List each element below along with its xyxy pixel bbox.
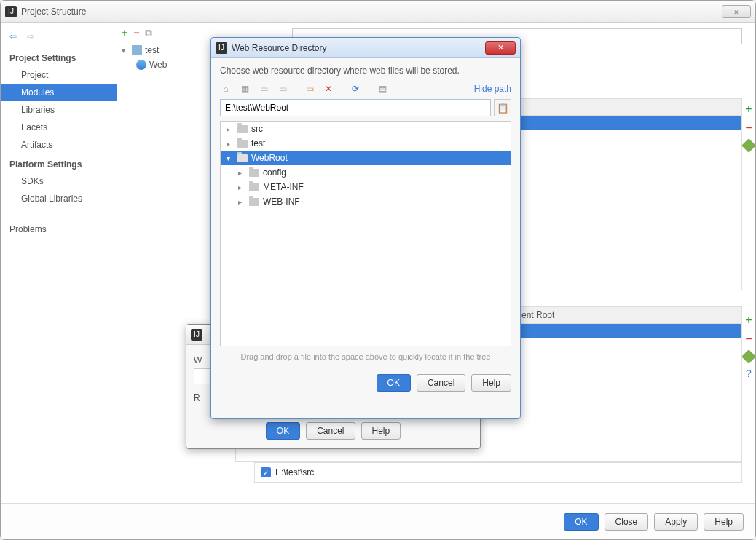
wr-dialog-description: Choose web resource directory where web …	[220, 65, 511, 76]
nav-history: ⇦ ⇨	[1, 25, 117, 47]
hide-path-link[interactable]: Hide path	[474, 84, 511, 94]
dd-side-actions: + −	[744, 98, 754, 151]
chevron-right-icon: ▸	[238, 169, 245, 177]
wr-dialog-body: Choose web resource directory where web …	[211, 58, 520, 374]
wr-tree-meta[interactable]: ▸META-INF	[221, 180, 511, 194]
dd-add-button[interactable]: +	[745, 103, 752, 116]
web-facet-icon	[136, 60, 146, 70]
toolbar-separator-2	[342, 83, 342, 95]
window-close-button[interactable]: ⨉	[722, 5, 751, 18]
wr-remove-button[interactable]: −	[745, 333, 752, 346]
wr-help-button[interactable]: Help	[471, 374, 511, 392]
main-help-button[interactable]: Help	[704, 513, 744, 531]
remove-module-button[interactable]: −	[133, 27, 139, 39]
wr-help-button[interactable]: ?	[746, 368, 752, 379]
source-checkbox[interactable]: ✓	[261, 467, 271, 477]
inner-help-button[interactable]: Help	[361, 422, 401, 440]
sidebar-item-sdks[interactable]: SDKs	[1, 172, 117, 190]
folder-icon	[237, 154, 248, 162]
wr-tree-label-src: src	[251, 124, 263, 134]
wr-tree-label-meta: META-INF	[263, 182, 304, 192]
wr-dialog-icon: IJ	[216, 42, 227, 54]
wr-ok-button[interactable]: OK	[377, 374, 411, 392]
wr-tree-label-webroot: WebRoot	[251, 153, 288, 163]
inner-cancel-button[interactable]: Cancel	[306, 422, 355, 440]
add-module-button[interactable]: +	[122, 27, 127, 39]
show-hidden-icon[interactable]: ▤	[377, 83, 388, 95]
wr-tree-label-test: test	[251, 138, 265, 148]
refresh-icon[interactable]: ⟳	[350, 83, 361, 95]
dd-edit-button[interactable]	[741, 138, 756, 153]
wr-drag-hint: Drag and drop a file into the space abov…	[220, 346, 511, 367]
chevron-right-icon: ▸	[238, 198, 245, 206]
wr-dialog-close-button[interactable]: ✕	[485, 41, 516, 55]
wr-tree-config[interactable]: ▸config	[221, 165, 511, 180]
project-icon[interactable]: ▭	[258, 83, 269, 95]
wr-dialog-titlebar: IJ Web Resource Directory ✕	[211, 38, 520, 58]
delete-icon[interactable]: ✕	[323, 83, 334, 95]
toolbar-separator-3	[369, 83, 369, 95]
wr-history-button[interactable]: 📋	[494, 99, 511, 116]
inner-ok-button[interactable]: OK	[266, 422, 300, 440]
source-label: E:\test\src	[275, 467, 314, 477]
sidebar-item-facets[interactable]: Facets	[1, 119, 117, 136]
wr-tree[interactable]: ▸src ▸test ▾WebRoot ▸config ▸META-INF ▸W…	[220, 121, 511, 346]
tree-label-web: Web	[149, 60, 167, 70]
main-ok-button[interactable]: OK	[564, 513, 598, 531]
toolbar-separator-1	[296, 83, 296, 95]
nav-back-button[interactable]: ⇦	[7, 30, 20, 43]
main-footer: OK Close Apply Help	[1, 503, 755, 539]
wr-dialog-title: Web Resource Directory	[232, 43, 485, 53]
wr-add-button[interactable]: +	[745, 314, 752, 327]
home-icon[interactable]: ⌂	[220, 83, 232, 95]
wr-tree-label-config: config	[263, 167, 286, 178]
sidebar-item-artifacts[interactable]: Artifacts	[1, 136, 117, 154]
wr-tree-webroot[interactable]: ▾WebRoot	[221, 151, 511, 165]
sidebar-item-project[interactable]: Project	[1, 66, 117, 84]
source-roots-bar: ✓ E:\test\src	[254, 462, 742, 483]
window-title: Project Structure	[21, 7, 722, 17]
module-icon	[132, 45, 142, 55]
desktop-icon[interactable]: ▦	[239, 83, 251, 95]
wr-edit-button[interactable]	[741, 349, 756, 364]
sidebar: ⇦ ⇨ Project Settings Project Modules Lib…	[1, 23, 117, 503]
copy-module-button[interactable]: ⧉	[145, 27, 152, 39]
chevron-down-icon: ▾	[227, 154, 234, 162]
wr-path-row: 📋	[220, 99, 511, 116]
titlebar: IJ Project Structure ⨉	[1, 1, 755, 23]
new-folder-icon[interactable]: ▭	[304, 83, 315, 95]
wr-cancel-button[interactable]: Cancel	[417, 374, 465, 392]
inner-dialog-icon: IJ	[191, 329, 202, 341]
main-apply-button[interactable]: Apply	[654, 513, 698, 531]
sidebar-item-libraries[interactable]: Libraries	[1, 101, 117, 119]
folder-icon	[237, 140, 248, 148]
wr-path-input[interactable]	[220, 99, 491, 116]
sidebar-item-problems[interactable]: Problems	[1, 221, 117, 238]
chevron-down-icon: ▾	[122, 47, 129, 55]
app-icon: IJ	[5, 6, 17, 17]
folder-icon	[249, 198, 259, 206]
sidebar-section-platform: Platform Settings	[1, 154, 117, 172]
folder-icon	[249, 169, 259, 177]
chevron-right-icon: ▸	[227, 125, 234, 133]
sidebar-section-project: Project Settings	[1, 47, 117, 66]
module-icon-tb[interactable]: ▭	[277, 83, 288, 95]
chevron-right-icon: ▸	[227, 140, 234, 148]
sidebar-item-modules[interactable]: Modules	[1, 84, 117, 101]
wr-tree-label-web: WEB-INF	[263, 196, 300, 207]
tree-label-test: test	[145, 45, 159, 55]
dd-remove-button[interactable]: −	[745, 122, 752, 135]
sidebar-item-global-libraries[interactable]: Global Libraries	[1, 190, 117, 207]
inner-dialog-footer: OK Cancel Help	[186, 422, 480, 440]
folder-icon	[249, 183, 259, 191]
main-close-button[interactable]: Close	[605, 513, 649, 531]
wr-tree-test[interactable]: ▸test	[221, 136, 511, 151]
web-resource-dialog: IJ Web Resource Directory ✕ Choose web r…	[210, 37, 521, 419]
chevron-right-icon: ▸	[238, 183, 245, 191]
wr-side-actions: + − ?	[744, 309, 754, 379]
wr-dialog-toolbar: ⌂ ▦ ▭ ▭ ▭ ✕ ⟳ ▤ Hide path	[220, 83, 511, 95]
wr-tree-web[interactable]: ▸WEB-INF	[221, 194, 511, 209]
wr-tree-src[interactable]: ▸src	[221, 122, 511, 136]
nav-forward-button[interactable]: ⇨	[24, 30, 37, 43]
wr-dialog-footer: OK Cancel Help	[211, 374, 520, 400]
